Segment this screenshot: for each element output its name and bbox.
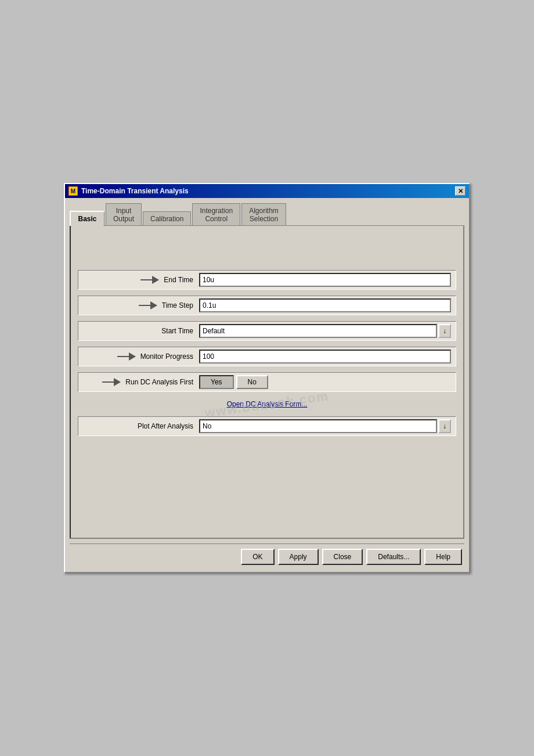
run-dc-yes-btn[interactable]: Yes <box>199 375 234 389</box>
time-step-arrow <box>139 301 158 309</box>
top-spacer <box>78 235 456 270</box>
tab-input-output[interactable]: InputOutput <box>106 203 142 226</box>
start-time-label: Start Time <box>83 327 199 335</box>
run-dc-radio-group: Yes No <box>199 375 451 389</box>
end-time-row: End Time <box>78 270 456 290</box>
start-time-row: Start Time Default ↓ <box>78 321 456 341</box>
monitor-progress-arrow <box>117 352 137 361</box>
tab-integration-control[interactable]: IntegrationControl <box>192 203 240 226</box>
run-dc-row: Run DC Analysis First Yes No <box>78 372 456 392</box>
plot-after-dropdown: No ↓ <box>199 419 451 433</box>
run-dc-no-btn[interactable]: No <box>236 375 268 389</box>
tab-basic[interactable]: Basic <box>70 211 104 226</box>
plot-after-row: Plot After Analysis No ↓ <box>78 416 456 436</box>
window-body: Basic InputOutput Calibration Integratio… <box>65 198 469 572</box>
open-dc-row: Open DC Analysis Form... <box>78 398 456 411</box>
tabs-container: Basic InputOutput Calibration Integratio… <box>70 203 464 225</box>
monitor-progress-label: Monitor Progress <box>83 352 199 361</box>
tab-algorithm-selection[interactable]: AlgorithmSelection <box>241 203 286 226</box>
title-bar-left: M Time-Domain Transient Analysis <box>68 186 189 196</box>
end-time-input[interactable] <box>199 273 451 287</box>
monitor-progress-row: Monitor Progress <box>78 347 456 366</box>
plot-after-dropdown-btn[interactable]: ↓ <box>438 419 451 433</box>
time-step-label: Time Step <box>83 301 199 309</box>
start-time-value: Default <box>199 324 437 338</box>
plot-after-value: No <box>199 419 437 433</box>
end-time-label: End Time <box>83 276 199 284</box>
run-dc-label: Run DC Analysis First <box>83 378 199 386</box>
tab-content: End Time Time Step Start Time <box>70 225 464 539</box>
run-dc-arrow <box>102 378 122 386</box>
close-window-button[interactable]: ✕ <box>455 186 466 196</box>
plot-after-label: Plot After Analysis <box>83 422 199 430</box>
window-title: Time-Domain Transient Analysis <box>81 187 189 195</box>
title-bar: M Time-Domain Transient Analysis ✕ <box>65 184 469 198</box>
time-step-row: Time Step <box>78 296 456 315</box>
time-step-input[interactable] <box>199 298 451 312</box>
window-icon: M <box>68 186 78 196</box>
bottom-buttons: OK Apply Close Defaults... Help <box>70 543 464 567</box>
start-time-dropdown: Default ↓ <box>199 324 451 338</box>
ok-button[interactable]: OK <box>241 549 274 565</box>
open-dc-button[interactable]: Open DC Analysis Form... <box>225 398 310 411</box>
start-time-dropdown-btn[interactable]: ↓ <box>438 324 451 338</box>
main-window: M Time-Domain Transient Analysis ✕ Basic… <box>64 183 470 573</box>
apply-button[interactable]: Apply <box>278 549 319 565</box>
monitor-progress-input[interactable] <box>199 350 451 363</box>
help-button[interactable]: Help <box>424 549 462 565</box>
tab-calibration[interactable]: Calibration <box>143 211 191 226</box>
end-time-arrow <box>140 276 160 284</box>
close-button[interactable]: Close <box>322 549 363 565</box>
defaults-button[interactable]: Defaults... <box>366 549 421 565</box>
